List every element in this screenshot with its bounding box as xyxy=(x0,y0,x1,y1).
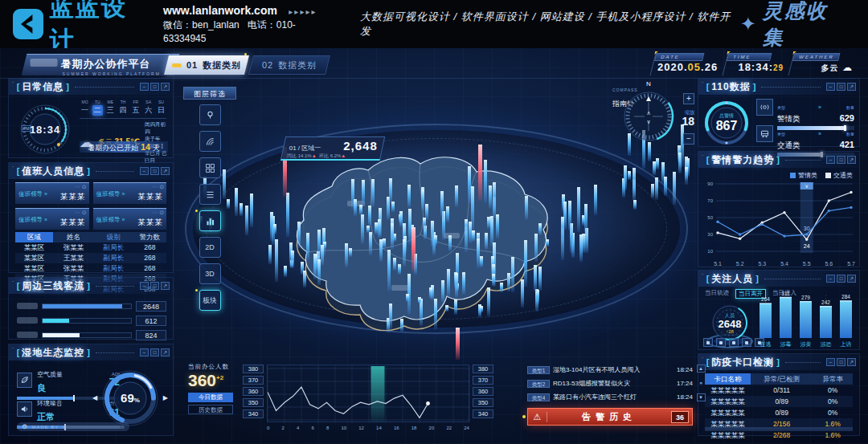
window-icon[interactable]: □ xyxy=(150,348,159,356)
data-bar xyxy=(387,250,391,292)
checkpoint-row: 某某某某某2/2681.6% xyxy=(705,430,853,441)
expand-icon[interactable]: ↗ xyxy=(161,348,170,356)
scroll-down-icon[interactable]: ▼ xyxy=(697,393,706,401)
tab-data-category-2[interactable]: 02 数据类别 xyxy=(248,55,330,75)
minimize-icon[interactable]: – xyxy=(826,156,835,164)
duty-role-label: 值班领导 xyxy=(18,216,43,223)
minimize-icon[interactable]: – xyxy=(826,83,835,91)
tab-corner-dot xyxy=(244,53,247,55)
duty-leader-card[interactable]: 值班领导 »⋯ ⊙某某某 xyxy=(15,208,89,230)
minimize-icon[interactable]: – xyxy=(140,83,149,91)
window-icon[interactable]: □ xyxy=(837,83,845,91)
mini-feature-icon[interactable] xyxy=(729,338,739,347)
minimize-icon[interactable]: – xyxy=(140,282,149,290)
data-bar xyxy=(369,232,372,256)
expand-icon[interactable]: ↗ xyxy=(847,156,856,164)
more-icon[interactable]: ⋯ ⊙ xyxy=(152,184,164,190)
alert-item[interactable]: 类型1湿地3-104片区有不明人员闯入18:24 xyxy=(527,363,693,377)
more-icon[interactable]: ⋯ ⊙ xyxy=(75,210,87,216)
minimize-icon[interactable]: – xyxy=(140,167,149,175)
mini-feature-icon[interactable] xyxy=(716,338,726,347)
collect-label: 灵感收集 xyxy=(763,0,849,51)
y-tick: 340 xyxy=(473,409,493,418)
zoom-in-button[interactable]: + xyxy=(683,93,694,104)
window-icon[interactable]: □ xyxy=(150,167,159,175)
alarm-history-banner[interactable]: ⚠ 告警历史 36 xyxy=(527,408,693,426)
layer-button-2D[interactable]: 2D xyxy=(199,237,221,258)
data-bar xyxy=(496,214,499,238)
data-bar xyxy=(368,206,371,226)
data-bar xyxy=(468,166,471,204)
car-icon xyxy=(756,125,773,142)
data-bar xyxy=(487,287,490,316)
layer-button-板块[interactable]: 板块 xyxy=(199,290,221,311)
expand-icon[interactable]: ↗ xyxy=(161,83,170,91)
expand-icon[interactable]: ↗ xyxy=(847,83,856,91)
window-icon[interactable]: □ xyxy=(837,275,845,283)
panel-passenger-flow: ˙[周边三线客流] –□↗ 2648612824 xyxy=(8,277,174,340)
minimize-icon[interactable]: – xyxy=(140,348,149,356)
minimize-icon[interactable]: – xyxy=(826,275,835,283)
layer-button-3D[interactable]: 3D xyxy=(199,263,221,284)
expand-icon[interactable]: ↗ xyxy=(161,282,170,290)
minimize-icon[interactable]: – xyxy=(826,358,835,366)
svg-text:24: 24 xyxy=(804,243,810,249)
today-data-button[interactable]: 今日数据 xyxy=(188,393,233,402)
expand-icon[interactable]: ↗ xyxy=(847,275,856,283)
zoom-out-button[interactable]: − xyxy=(683,133,694,145)
data-bar xyxy=(455,185,458,207)
data-bar xyxy=(434,235,437,246)
svg-text:264: 264 xyxy=(761,296,770,302)
duty-leader-card[interactable]: 值班领导 »⋯ ⊙某某某 xyxy=(93,208,167,230)
window-icon[interactable]: □ xyxy=(150,282,159,290)
radar-icon xyxy=(205,136,215,147)
checkpoint-row: 某某某某某0/890% xyxy=(705,396,853,407)
focus-tab[interactable]: 当日轨迹 xyxy=(705,289,729,299)
layer-button-pin[interactable] xyxy=(199,104,221,125)
zoom-level: 18 xyxy=(682,115,694,128)
svg-text:涉恐: 涉恐 xyxy=(821,341,832,348)
svg-text:284: 284 xyxy=(841,294,850,299)
gauge-right-arrow[interactable]: ▶ xyxy=(163,394,168,401)
gauge-left-arrow[interactable]: ◀ xyxy=(92,394,97,401)
inspiration-collect[interactable]: ✦ 灵感收集 xyxy=(740,0,849,51)
time-segment: TIME 18:34:29 xyxy=(723,53,791,75)
data-bar xyxy=(568,201,571,230)
history-data-button[interactable]: 历史数据 xyxy=(188,405,233,414)
checkpoint-scrollbar[interactable] xyxy=(705,427,853,431)
window-icon[interactable]: □ xyxy=(837,156,845,164)
data-bar xyxy=(399,211,403,226)
data-bar xyxy=(391,202,395,212)
data-bar xyxy=(379,239,383,261)
alarm-icon xyxy=(756,99,773,116)
mini-feature-icon[interactable] xyxy=(703,338,713,347)
expand-icon[interactable]: ↗ xyxy=(161,167,170,175)
layer-button-list[interactable] xyxy=(199,184,221,205)
more-icon[interactable]: ⋯ ⊙ xyxy=(152,210,164,216)
window-icon[interactable]: □ xyxy=(150,83,159,91)
website-link[interactable]: www.lanlanwork.com xyxy=(163,4,277,17)
duty-leader-card[interactable]: 值班领导 »⋯ ⊙某某某 xyxy=(93,182,167,204)
svg-text:涉黄: 涉黄 xyxy=(800,341,812,348)
map-area[interactable]: 01 / 区域一2,648 同比 14.1%▲ 环比 6.2%▲ 图层筛选 2D… xyxy=(178,80,694,360)
data-bar xyxy=(484,160,487,203)
more-icon[interactable]: ⋯ ⊙ xyxy=(75,184,87,190)
count-progress xyxy=(777,126,854,130)
data-bar xyxy=(291,251,294,267)
expand-icon[interactable]: ↗ xyxy=(847,358,856,366)
layer-button-chart[interactable] xyxy=(199,210,221,231)
tab-data-category-1[interactable]: 01 数据类别 xyxy=(164,55,249,75)
mini-feature-icon[interactable] xyxy=(742,338,751,347)
alert-scroll: ▲ ● ▼ xyxy=(696,365,706,401)
data-bar xyxy=(400,319,403,332)
alert-item[interactable]: 类型4某路口有小汽车连闯三个红灯18:24 xyxy=(527,390,693,404)
window-icon[interactable]: □ xyxy=(837,358,845,366)
layer-button-radar[interactable] xyxy=(199,131,221,152)
svg-text:242: 242 xyxy=(821,299,830,305)
panel-title: 日常信息 xyxy=(22,80,63,94)
alert-item[interactable]: 类型2RD13-53烟感报警疑似火灾17:24 xyxy=(527,377,693,390)
data-bar xyxy=(536,290,539,304)
scroll-up-icon[interactable]: ▲ xyxy=(697,365,706,373)
layer-button-grid[interactable] xyxy=(199,157,221,178)
duty-leader-card[interactable]: 值班领导 »⋯ ⊙某某某 xyxy=(15,182,89,204)
